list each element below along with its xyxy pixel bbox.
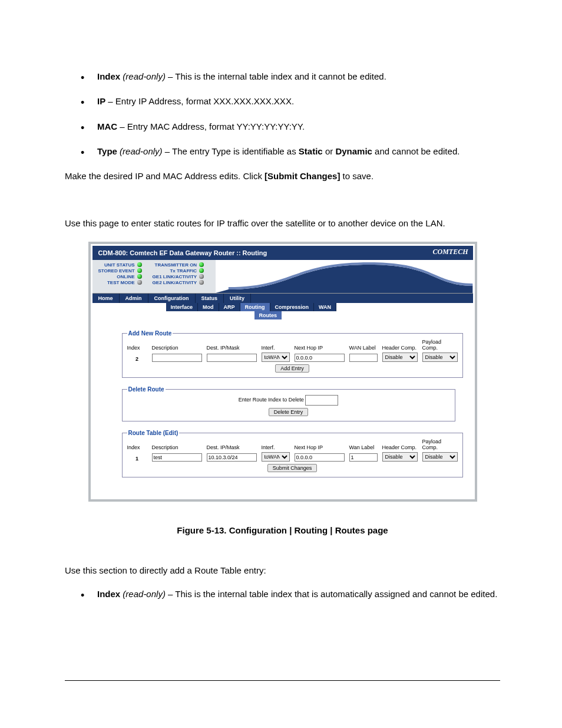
footer-rule xyxy=(65,680,500,681)
nav1-tab[interactable]: Configuration xyxy=(148,294,196,303)
banner-curve-graphic xyxy=(216,260,472,293)
delete-route-fieldset: Delete Route Enter Route Index to Delete… xyxy=(122,386,455,421)
submit-changes-button[interactable]: Submit Changes xyxy=(267,464,318,472)
description-input[interactable] xyxy=(152,354,202,362)
status-led: STORED EVENT xyxy=(98,268,142,274)
column-header: Interf. xyxy=(262,444,290,451)
nav-level-2: InterfaceModARPRoutingCompressionWAN xyxy=(166,303,473,311)
bullet-index-2: Index (read-only) – This is the internal… xyxy=(97,588,500,600)
add-entry-button[interactable]: Add Entry xyxy=(275,364,309,373)
payload-comp-select[interactable]: Disable xyxy=(422,353,458,362)
delete-route-legend: Delete Route xyxy=(127,386,166,393)
column-header: Index xyxy=(127,444,147,451)
router-screenshot: CDM-800: Comtech EF Data Gateway Router … xyxy=(88,242,477,502)
add-new-route-legend: Add New Route xyxy=(127,330,173,337)
column-header: Payload Comp. xyxy=(422,439,458,451)
column-header: Index xyxy=(127,345,147,351)
column-header: Next Hop IP xyxy=(295,345,345,351)
next-hop-input[interactable] xyxy=(295,354,345,362)
comtech-logo: COMTECH xyxy=(432,248,468,256)
routing-intro: Use this page to enter static routes for… xyxy=(65,218,500,229)
status-led: ONLINE xyxy=(98,274,142,279)
dest-ip-mask-input[interactable] xyxy=(207,354,257,362)
nav2-tab[interactable]: Compression xyxy=(270,303,315,311)
nav2-tab[interactable]: WAN xyxy=(314,303,336,311)
router-title-bar: CDM-800: Comtech EF Data Gateway Router … xyxy=(92,246,473,260)
nav2-tab[interactable]: ARP xyxy=(219,303,240,311)
status-led: UNIT STATUS xyxy=(98,262,142,268)
bullet-type: Type (read-only) – The entry Type is ide… xyxy=(97,146,500,157)
nav2-tab[interactable]: Routing xyxy=(240,303,270,311)
header-comp-select[interactable]: Disable xyxy=(382,353,418,362)
column-header: Dest. IP/Mask xyxy=(207,444,257,451)
save-instruction: Make the desired IP and MAC Address edit… xyxy=(65,170,500,182)
delete-entry-button[interactable]: Delete Entry xyxy=(269,408,309,416)
figure-caption: Figure 5-13. Configuration | Routing | R… xyxy=(65,525,500,535)
route-table-edit-fieldset: Route Table (Edit) IndexDescriptionDest.… xyxy=(122,430,463,477)
header-comp-select[interactable]: Disable xyxy=(382,452,418,462)
bullet-index: Index (read-only) – This is the internal… xyxy=(97,71,500,83)
nav3-tab[interactable]: Routes xyxy=(254,311,282,319)
column-header: WAN Label xyxy=(349,345,378,351)
next-hop-input[interactable] xyxy=(295,453,345,462)
delete-index-input[interactable] xyxy=(305,395,338,406)
router-title: CDM-800: Comtech EF Data Gateway Router … xyxy=(98,249,267,256)
payload-comp-select[interactable]: Disable xyxy=(422,452,458,462)
add-route-field-list: Index (read-only) – This is the internal… xyxy=(65,588,500,600)
status-led: Tx TRAFFIC xyxy=(153,268,204,274)
column-header: Description xyxy=(152,444,202,451)
column-header: Wan Label xyxy=(349,444,378,451)
column-header: Interf. xyxy=(262,345,290,351)
route-table-edit-legend: Route Table (Edit) xyxy=(127,430,180,436)
nav-level-3: Routes xyxy=(254,311,473,319)
nav1-tab[interactable]: Status xyxy=(196,294,224,303)
interface-select[interactable]: toWAN xyxy=(262,353,290,362)
column-header: Header Comp. xyxy=(382,345,418,351)
status-led: GE2 LINK/ACTIVITY xyxy=(153,280,204,285)
nav1-tab[interactable]: Utility xyxy=(224,294,251,303)
interface-select[interactable]: toWAN xyxy=(262,452,290,462)
wan-label-input[interactable] xyxy=(349,354,378,362)
column-header: Dest. IP/Mask xyxy=(207,345,257,351)
status-led: GE1 LINK/ACTIVITY xyxy=(153,274,204,279)
nav1-tab[interactable]: Home xyxy=(92,294,120,303)
add-route-intro: Use this section to directly add a Route… xyxy=(65,565,500,577)
nav-level-1: HomeAdminConfigurationStatusUtility xyxy=(92,294,473,303)
bullet-mac: MAC – Entry MAC Address, format YY:YY:YY… xyxy=(97,121,500,133)
description-input[interactable] xyxy=(152,453,202,462)
arp-field-list: Index (read-only) – This is the internal… xyxy=(65,71,500,157)
bullet-ip: IP – Entry IP Address, format XXX.XXX.XX… xyxy=(97,95,500,107)
index-cell: 1 xyxy=(127,456,147,462)
status-led: TEST MODE xyxy=(98,280,142,285)
add-new-route-fieldset: Add New Route IndexDescriptionDest. IP/M… xyxy=(122,330,463,378)
nav1-tab[interactable]: Admin xyxy=(120,294,148,303)
wan-label-input[interactable] xyxy=(349,453,378,462)
dest-ip-mask-input[interactable] xyxy=(207,453,257,462)
column-header: Description xyxy=(152,345,202,351)
router-banner: UNIT STATUSSTORED EVENTONLINETEST MODE T… xyxy=(92,260,473,294)
index-cell: 2 xyxy=(127,356,147,362)
nav2-tab[interactable]: Interface xyxy=(166,303,199,311)
column-header: Next Hop IP xyxy=(295,444,345,451)
delete-label: Enter Route Index to Delete xyxy=(239,397,304,403)
nav2-tab[interactable]: Mod xyxy=(198,303,219,311)
status-led: TRANSMITTER ON xyxy=(153,262,204,268)
column-header: Payload Comp. xyxy=(422,339,458,351)
column-header: Header Comp. xyxy=(382,444,418,451)
